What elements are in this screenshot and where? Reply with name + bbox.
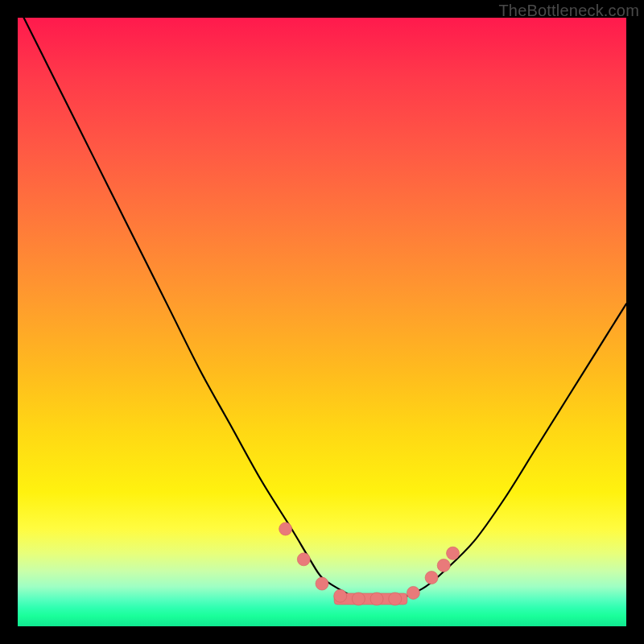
curve-marker — [316, 577, 328, 590]
curve-marker — [297, 553, 310, 566]
curve-marker — [352, 592, 365, 605]
curve-marker — [407, 586, 419, 599]
plot-area — [18, 18, 626, 626]
curve-marker — [425, 572, 438, 584]
curve-markers — [279, 522, 460, 605]
bottleneck-curve — [24, 18, 626, 599]
curve-marker — [437, 559, 450, 572]
curve-svg — [18, 18, 626, 626]
curve-marker — [447, 547, 460, 559]
curve-marker — [334, 589, 347, 602]
chart-frame: TheBottleneck.com — [0, 0, 644, 644]
curve-marker — [389, 592, 402, 605]
curve-marker — [279, 522, 292, 535]
curve-marker — [370, 592, 383, 605]
